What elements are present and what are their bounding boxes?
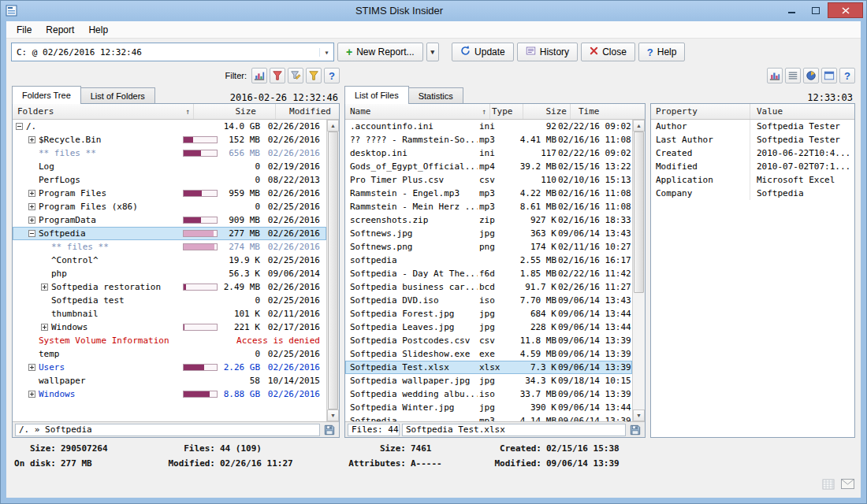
folder-row[interactable]: ProgramData909 MB02/26/2016 bbox=[13, 213, 326, 227]
folder-row[interactable]: ** files **656 MB02/26/2016 bbox=[13, 146, 326, 160]
file-row[interactable]: Softpedia Postcodes.csvcsv11.8 MB09/06/1… bbox=[345, 334, 632, 347]
property-row[interactable]: AuthorSoftpedia Tester bbox=[651, 120, 854, 133]
minimize-button[interactable] bbox=[780, 2, 804, 18]
column-header-value[interactable]: Value bbox=[750, 104, 854, 119]
tab-folders-tree[interactable]: Folders Tree bbox=[12, 86, 81, 104]
close-report-button[interactable]: Close bbox=[581, 43, 635, 61]
folder-row[interactable]: $Recycle.Bin152 MB02/26/2016 bbox=[13, 133, 326, 146]
panel-view-button[interactable] bbox=[821, 68, 837, 83]
column-header-modified[interactable]: Modified bbox=[276, 104, 339, 119]
file-row[interactable]: Pro Timer Plus.csvcsv11002/10/16 15:13 bbox=[345, 173, 632, 187]
collapse-icon[interactable] bbox=[16, 123, 23, 130]
property-row[interactable]: Modified2010-07-02T07:1... bbox=[651, 160, 854, 173]
folder-row[interactable]: System Volume InformationAccess is denie… bbox=[13, 334, 326, 347]
column-header-size[interactable]: Size bbox=[194, 104, 276, 119]
history-button[interactable]: History bbox=[517, 43, 578, 61]
folder-row[interactable]: PerfLogs008/22/2013 bbox=[13, 173, 326, 187]
file-row[interactable]: desktop.iniini11702/22/16 09:02 bbox=[345, 146, 632, 160]
tab-list-of-files[interactable]: List of Files bbox=[344, 86, 409, 104]
tab-statistics[interactable]: Statistics bbox=[408, 87, 463, 103]
column-header-type[interactable]: Type bbox=[490, 104, 523, 119]
file-row[interactable]: Gods_of_Egypt_Official...mp439.2 MB02/15… bbox=[345, 160, 632, 173]
file-row[interactable]: Softpedia Test.xlsxxlsx7.3 K09/06/14 13:… bbox=[345, 361, 632, 374]
folder-row[interactable]: temp002/25/2016 bbox=[13, 347, 326, 361]
scroll-up-icon[interactable]: ▲ bbox=[633, 120, 645, 132]
scroll-up-icon[interactable]: ▲ bbox=[327, 120, 339, 132]
new-report-button[interactable]: + New Report... bbox=[337, 43, 423, 61]
filter-edit-button[interactable] bbox=[288, 68, 303, 83]
list-view-button[interactable] bbox=[785, 68, 801, 83]
folder-row[interactable]: thumbnail101 K02/11/2016 bbox=[13, 307, 326, 321]
drive-combo[interactable]: C: @ 02/26/2016 12:32:46 ▾ bbox=[11, 43, 334, 61]
folder-row[interactable]: Program Files (x86)002/25/2016 bbox=[13, 200, 326, 213]
menu-report[interactable]: Report bbox=[39, 22, 81, 38]
scroll-down-icon[interactable]: ▼ bbox=[327, 410, 339, 421]
property-row[interactable]: ApplicationMicrosoft Excel bbox=[651, 173, 854, 187]
folders-scrollbar[interactable]: ▲ ▼ bbox=[326, 120, 339, 421]
scroll-track[interactable] bbox=[633, 132, 645, 410]
tab-list-of-folders[interactable]: List of Folders bbox=[80, 87, 155, 103]
file-row[interactable]: .accountinfo.iniini9202/22/16 09:02 bbox=[345, 120, 632, 133]
expand-icon[interactable] bbox=[41, 324, 48, 331]
collapse-icon[interactable] bbox=[28, 230, 35, 237]
file-row[interactable]: softpedia2.55 MB02/16/16 16:17 bbox=[345, 254, 632, 267]
column-header-file-size[interactable]: Size bbox=[523, 104, 571, 119]
file-row[interactable]: Rammstein - Engel.mp3mp34.22 MB02/16/16 … bbox=[345, 187, 632, 200]
files-scrollbar[interactable]: ▲ ▼ bbox=[632, 120, 645, 421]
expand-icon[interactable] bbox=[28, 364, 35, 371]
folder-row[interactable]: wallpaper5810/14/2015 bbox=[13, 374, 326, 387]
pie-chart-button[interactable] bbox=[803, 68, 819, 83]
folder-row[interactable]: Program Files959 MB02/26/2016 bbox=[13, 187, 326, 200]
expand-icon[interactable] bbox=[28, 190, 35, 197]
file-row[interactable]: Softnews.pngpng174 K02/11/16 10:27 bbox=[345, 240, 632, 254]
file-row[interactable]: Rammstein - Mein Herz ...mp38.61 MB02/16… bbox=[345, 200, 632, 213]
update-button[interactable]: Update bbox=[452, 43, 514, 61]
file-row[interactable]: Softpedia Winter.jpgjpg390 K09/06/14 13:… bbox=[345, 401, 632, 414]
property-row[interactable]: Last AuthorSoftpedia Tester bbox=[651, 133, 854, 146]
file-row[interactable]: Softpedia Slideshow.exeexe4.59 MB09/06/1… bbox=[345, 347, 632, 361]
column-header-folders[interactable]: Folders ↑ bbox=[13, 104, 194, 119]
file-row[interactable]: screenshots.zipzip927 K02/16/16 18:33 bbox=[345, 213, 632, 227]
filter-yellow-funnel-button[interactable] bbox=[306, 68, 322, 83]
expand-icon[interactable] bbox=[28, 391, 35, 398]
menu-file[interactable]: File bbox=[9, 22, 39, 38]
filter-histogram-button[interactable] bbox=[251, 68, 267, 83]
property-row[interactable]: CompanySoftpedia bbox=[651, 187, 854, 200]
folder-row[interactable]: ^Control^19.9 K02/25/2016 bbox=[13, 254, 326, 267]
grid-icon[interactable] bbox=[822, 479, 835, 492]
save-icon[interactable] bbox=[322, 423, 337, 437]
file-row[interactable]: Softpedia wedding albu...iso33.7 MB09/06… bbox=[345, 387, 632, 401]
scroll-track[interactable] bbox=[327, 132, 339, 410]
panel-help-button[interactable]: ? bbox=[839, 68, 855, 83]
expand-icon[interactable] bbox=[41, 284, 48, 291]
folder-row[interactable]: Softpedia test002/25/2016 bbox=[13, 294, 326, 307]
file-row[interactable]: Softnews.jpgjpg363 K09/06/14 13:43 bbox=[345, 227, 632, 240]
file-row[interactable]: Softpedia DVD.isoiso7.70 MB09/06/14 13:4… bbox=[345, 294, 632, 307]
file-row[interactable]: ?? ???? - Rammstein-So...mp34.41 MB02/16… bbox=[345, 133, 632, 146]
scroll-thumb[interactable] bbox=[634, 132, 644, 293]
save-icon[interactable] bbox=[628, 423, 642, 437]
scroll-down-icon[interactable]: ▼ bbox=[633, 410, 645, 421]
file-row[interactable]: Softpedia...mp34.14 MB09/06/14 13:39 bbox=[345, 414, 632, 421]
column-header-time[interactable]: Time bbox=[571, 104, 645, 119]
folder-row[interactable]: php56.3 K09/06/2014 bbox=[13, 267, 326, 280]
folder-row[interactable]: Softpedia restoration2.49 MB02/26/2016 bbox=[13, 280, 326, 294]
column-header-property[interactable]: Property bbox=[651, 104, 750, 119]
maximize-button[interactable] bbox=[804, 2, 828, 18]
file-row[interactable]: Softpedia wallpaper.jpgjpg34.3 K09/18/14… bbox=[345, 374, 632, 387]
close-button[interactable] bbox=[828, 2, 863, 18]
property-row[interactable]: Created2010-06-22T10:4... bbox=[651, 146, 854, 160]
filter-red-funnel-button[interactable] bbox=[270, 68, 285, 83]
filter-help-button[interactable]: ? bbox=[324, 68, 340, 83]
expand-icon[interactable] bbox=[28, 203, 35, 210]
mail-icon[interactable] bbox=[841, 479, 854, 491]
folder-row[interactable]: ** files **274 MB02/26/2016 bbox=[13, 240, 326, 254]
expand-icon[interactable] bbox=[28, 136, 35, 143]
report-type-dropdown-button[interactable]: ▾ bbox=[426, 43, 440, 61]
scroll-thumb[interactable] bbox=[328, 132, 338, 410]
column-header-name[interactable]: Name ↑ bbox=[345, 104, 490, 119]
help-button[interactable]: ? Help bbox=[638, 43, 686, 61]
file-row[interactable]: Softpedia Forest.jpgjpg684 K09/06/14 13:… bbox=[345, 307, 632, 321]
file-row[interactable]: Softpedia - Day At The...f6d1.85 MB02/22… bbox=[345, 267, 632, 280]
folder-row[interactable]: Users2.26 GB02/26/2016 bbox=[13, 361, 326, 374]
